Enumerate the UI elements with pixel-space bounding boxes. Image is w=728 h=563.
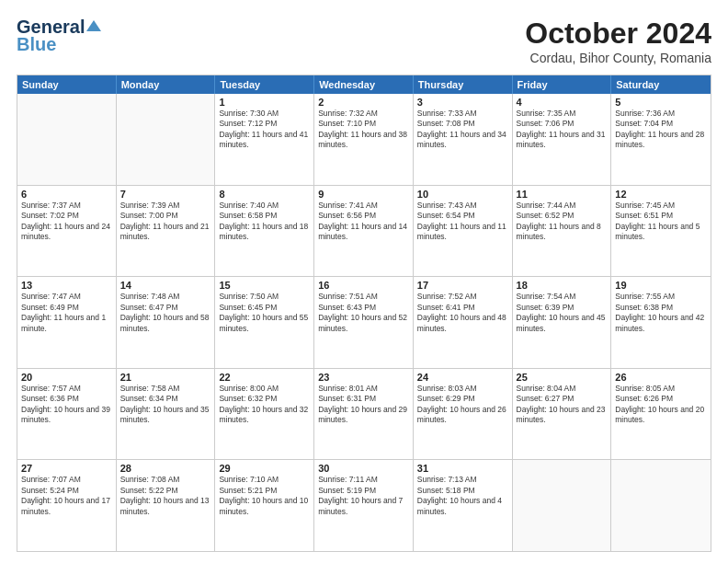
calendar-body: 1Sunrise: 7:30 AM Sunset: 7:12 PM Daylig… (17, 94, 711, 551)
cal-cell-w2-d4: 9Sunrise: 7:41 AM Sunset: 6:56 PM Daylig… (314, 186, 414, 277)
day-number: 26 (615, 372, 707, 383)
cal-cell-w1-d4: 2Sunrise: 7:32 AM Sunset: 7:10 PM Daylig… (314, 94, 414, 185)
day-number: 13 (21, 280, 112, 291)
day-number: 31 (417, 463, 508, 474)
day-number: 8 (219, 189, 310, 200)
day-number: 24 (417, 372, 508, 383)
day-number: 7 (120, 189, 211, 200)
day-info: Sunrise: 8:04 AM Sunset: 6:27 PM Dayligh… (517, 384, 608, 426)
day-number: 27 (21, 463, 112, 474)
cal-cell-w5-d5: 31Sunrise: 7:13 AM Sunset: 5:18 PM Dayli… (414, 460, 513, 551)
day-info: Sunrise: 7:07 AM Sunset: 5:24 PM Dayligh… (21, 475, 112, 517)
day-info: Sunrise: 7:13 AM Sunset: 5:18 PM Dayligh… (417, 475, 508, 517)
day-number: 25 (517, 372, 608, 383)
cal-week-4: 20Sunrise: 7:57 AM Sunset: 6:36 PM Dayli… (17, 369, 711, 461)
day-info: Sunrise: 7:30 AM Sunset: 7:12 PM Dayligh… (219, 109, 310, 151)
title-block: October 2024 Cordau, Bihor County, Roman… (525, 17, 711, 65)
day-info: Sunrise: 7:39 AM Sunset: 7:00 PM Dayligh… (120, 201, 211, 243)
header-tuesday: Tuesday (215, 75, 314, 94)
cal-cell-w4-d3: 22Sunrise: 8:00 AM Sunset: 6:32 PM Dayli… (215, 369, 314, 460)
calendar-header: Sunday Monday Tuesday Wednesday Thursday… (17, 75, 711, 94)
cal-cell-w4-d5: 24Sunrise: 8:03 AM Sunset: 6:29 PM Dayli… (414, 369, 513, 460)
cal-cell-w5-d4: 30Sunrise: 7:11 AM Sunset: 5:19 PM Dayli… (314, 460, 414, 551)
cal-cell-w4-d4: 23Sunrise: 8:01 AM Sunset: 6:31 PM Dayli… (314, 369, 414, 460)
header-wednesday: Wednesday (314, 75, 414, 94)
cal-cell-w3-d6: 18Sunrise: 7:54 AM Sunset: 6:39 PM Dayli… (513, 277, 612, 368)
day-info: Sunrise: 7:47 AM Sunset: 6:49 PM Dayligh… (21, 292, 112, 334)
day-info: Sunrise: 7:52 AM Sunset: 6:41 PM Dayligh… (417, 292, 508, 334)
day-number: 1 (219, 97, 310, 108)
day-info: Sunrise: 7:45 AM Sunset: 6:51 PM Dayligh… (615, 201, 707, 243)
day-info: Sunrise: 7:37 AM Sunset: 7:02 PM Dayligh… (21, 201, 112, 243)
cal-cell-w5-d1: 27Sunrise: 7:07 AM Sunset: 5:24 PM Dayli… (17, 460, 117, 551)
day-number: 20 (21, 372, 112, 383)
page: General Blue October 2024 Cordau, Bihor … (0, 0, 728, 563)
day-number: 18 (517, 280, 608, 291)
day-info: Sunrise: 7:32 AM Sunset: 7:10 PM Dayligh… (318, 109, 409, 151)
day-info: Sunrise: 7:50 AM Sunset: 6:45 PM Dayligh… (219, 292, 310, 334)
day-number: 21 (120, 372, 211, 383)
day-info: Sunrise: 7:40 AM Sunset: 6:58 PM Dayligh… (219, 201, 310, 243)
cal-cell-w5-d7 (611, 460, 711, 551)
day-info: Sunrise: 7:48 AM Sunset: 6:47 PM Dayligh… (120, 292, 211, 334)
day-number: 28 (120, 463, 211, 474)
calendar: Sunday Monday Tuesday Wednesday Thursday… (17, 75, 711, 552)
day-number: 29 (219, 463, 310, 474)
day-info: Sunrise: 7:43 AM Sunset: 6:54 PM Dayligh… (417, 201, 508, 243)
day-info: Sunrise: 8:01 AM Sunset: 6:31 PM Dayligh… (318, 384, 409, 426)
day-info: Sunrise: 7:44 AM Sunset: 6:52 PM Dayligh… (517, 201, 608, 243)
month-title: October 2024 (525, 17, 711, 51)
logo: General Blue (17, 17, 101, 55)
cal-cell-w1-d6: 4Sunrise: 7:35 AM Sunset: 7:06 PM Daylig… (513, 94, 612, 185)
day-info: Sunrise: 7:54 AM Sunset: 6:39 PM Dayligh… (517, 292, 608, 334)
day-number: 11 (517, 189, 608, 200)
cal-cell-w3-d3: 15Sunrise: 7:50 AM Sunset: 6:45 PM Dayli… (215, 277, 314, 368)
day-number: 4 (517, 97, 608, 108)
cal-cell-w1-d5: 3Sunrise: 7:33 AM Sunset: 7:08 PM Daylig… (414, 94, 513, 185)
cal-cell-w5-d2: 28Sunrise: 7:08 AM Sunset: 5:22 PM Dayli… (117, 460, 216, 551)
cal-cell-w2-d2: 7Sunrise: 7:39 AM Sunset: 7:00 PM Daylig… (117, 186, 216, 277)
day-number: 19 (615, 280, 707, 291)
day-info: Sunrise: 7:51 AM Sunset: 6:43 PM Dayligh… (318, 292, 409, 334)
cal-cell-w3-d4: 16Sunrise: 7:51 AM Sunset: 6:43 PM Dayli… (314, 277, 414, 368)
cal-cell-w2-d6: 11Sunrise: 7:44 AM Sunset: 6:52 PM Dayli… (513, 186, 612, 277)
day-info: Sunrise: 7:11 AM Sunset: 5:19 PM Dayligh… (318, 475, 409, 517)
location-title: Cordau, Bihor County, Romania (525, 51, 711, 65)
day-info: Sunrise: 7:35 AM Sunset: 7:06 PM Dayligh… (517, 109, 608, 151)
day-number: 30 (318, 463, 409, 474)
cal-cell-w2-d1: 6Sunrise: 7:37 AM Sunset: 7:02 PM Daylig… (17, 186, 117, 277)
header-thursday: Thursday (414, 75, 513, 94)
day-info: Sunrise: 7:10 AM Sunset: 5:21 PM Dayligh… (219, 475, 310, 517)
cal-cell-w1-d3: 1Sunrise: 7:30 AM Sunset: 7:12 PM Daylig… (215, 94, 314, 185)
day-info: Sunrise: 7:41 AM Sunset: 6:56 PM Dayligh… (318, 201, 409, 243)
day-number: 2 (318, 97, 409, 108)
day-number: 16 (318, 280, 409, 291)
cal-cell-w4-d1: 20Sunrise: 7:57 AM Sunset: 6:36 PM Dayli… (17, 369, 117, 460)
cal-cell-w1-d7: 5Sunrise: 7:36 AM Sunset: 7:04 PM Daylig… (611, 94, 711, 185)
day-info: Sunrise: 8:03 AM Sunset: 6:29 PM Dayligh… (417, 384, 508, 426)
day-number: 12 (615, 189, 707, 200)
header-friday: Friday (513, 75, 612, 94)
header-saturday: Saturday (611, 75, 711, 94)
day-number: 9 (318, 189, 409, 200)
header-sunday: Sunday (17, 75, 117, 94)
cal-week-1: 1Sunrise: 7:30 AM Sunset: 7:12 PM Daylig… (17, 94, 711, 186)
day-info: Sunrise: 7:08 AM Sunset: 5:22 PM Dayligh… (120, 475, 211, 517)
header-monday: Monday (117, 75, 216, 94)
day-number: 6 (21, 189, 112, 200)
day-info: Sunrise: 7:55 AM Sunset: 6:38 PM Dayligh… (615, 292, 707, 334)
cal-cell-w2-d3: 8Sunrise: 7:40 AM Sunset: 6:58 PM Daylig… (215, 186, 314, 277)
cal-cell-w5-d3: 29Sunrise: 7:10 AM Sunset: 5:21 PM Dayli… (215, 460, 314, 551)
day-number: 14 (120, 280, 211, 291)
day-number: 23 (318, 372, 409, 383)
day-number: 10 (417, 189, 508, 200)
cal-week-5: 27Sunrise: 7:07 AM Sunset: 5:24 PM Dayli… (17, 460, 711, 551)
cal-cell-w1-d1 (17, 94, 117, 185)
cal-cell-w5-d6 (513, 460, 612, 551)
day-info: Sunrise: 7:36 AM Sunset: 7:04 PM Dayligh… (615, 109, 707, 151)
svg-marker-0 (86, 20, 101, 31)
cal-cell-w3-d5: 17Sunrise: 7:52 AM Sunset: 6:41 PM Dayli… (414, 277, 513, 368)
day-number: 3 (417, 97, 508, 108)
cal-week-3: 13Sunrise: 7:47 AM Sunset: 6:49 PM Dayli… (17, 277, 711, 369)
cal-cell-w4-d2: 21Sunrise: 7:58 AM Sunset: 6:34 PM Dayli… (117, 369, 216, 460)
